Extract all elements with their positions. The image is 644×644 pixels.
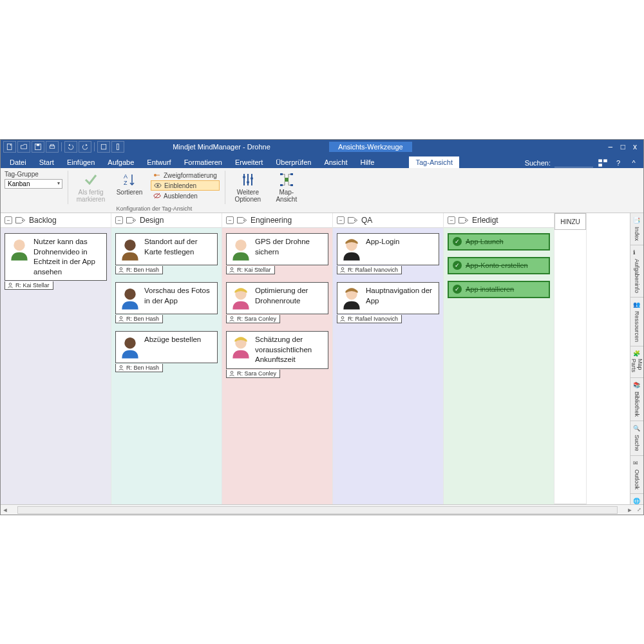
card[interactable]: GPS der Drohne sichern R: Kai Stellar — [226, 233, 328, 265]
svg-point-47 — [465, 220, 466, 221]
svg-point-29 — [124, 240, 135, 251]
sidetab-index[interactable]: 📑Index — [630, 213, 643, 245]
qat-redo-icon[interactable] — [79, 141, 91, 153]
card-assignee: R: Rafael Ivanovich — [337, 266, 402, 274]
column-header[interactable]: −Backlog — [1, 213, 111, 228]
tab-entwurf[interactable]: Entwurf — [140, 156, 177, 168]
column-title: Design — [140, 216, 164, 225]
einblenden-button[interactable]: Einblenden — [151, 180, 220, 191]
column-body[interactable]: ✓App Launch✓App-Konto erstellen✓App inst… — [444, 228, 554, 504]
card[interactable]: Schätzung der voraussichtlichen Ankunfts… — [226, 331, 328, 369]
svg-point-30 — [120, 268, 122, 270]
tab-ueberpruefen[interactable]: Überprüfen — [269, 156, 317, 168]
tab-tag-ansicht[interactable]: Tag-Ansicht — [409, 156, 459, 168]
card-assignee: R: Rafael Ivanovich — [337, 315, 402, 323]
svg-point-17 — [243, 176, 245, 178]
maximize-button[interactable]: □ — [621, 142, 625, 151]
tab-datei[interactable]: Datei — [3, 156, 33, 168]
card-text: App installieren — [466, 285, 514, 294]
column-body[interactable]: App-Login R: Rafael Ivanovich Hauptnavig… — [333, 228, 443, 504]
qat-print-icon[interactable] — [46, 141, 59, 153]
collapse-icon[interactable]: − — [5, 216, 12, 224]
column-backlog: −Backlog Nutzer kann das Drohnenvideo in… — [1, 213, 111, 504]
svg-point-14 — [157, 185, 159, 187]
tag-group-value[interactable]: Kanban — [5, 179, 62, 189]
column-header[interactable]: −Engineering — [222, 213, 332, 228]
zweig-button[interactable]: Zweigformatierung — [151, 171, 220, 180]
svg-point-28 — [133, 220, 134, 221]
add-column-button[interactable]: HINZU — [554, 213, 586, 230]
card[interactable]: Optimierung der Drohnenroute R: Sara Con… — [226, 282, 328, 314]
svg-rect-3 — [50, 146, 55, 149]
sidetab-map-parts[interactable]: 🧩Map Parts — [630, 346, 643, 378]
card[interactable]: Abzüge bestellen R: Ben Hash — [115, 331, 218, 363]
collapse-ribbon-icon[interactable]: ^ — [628, 158, 639, 168]
sidetab-ressourcen[interactable]: 👥Ressourcen — [630, 298, 643, 346]
window-controls: ‒ □ x — [601, 142, 643, 151]
sidetab-suche[interactable]: 🔍Suche — [630, 421, 643, 456]
qat-undo-icon[interactable] — [64, 141, 77, 153]
sidetab-outlook[interactable]: ✉Outlook — [630, 456, 643, 494]
tab-formatieren[interactable]: Formatieren — [178, 156, 229, 168]
card-done[interactable]: ✓App Launch — [448, 233, 550, 251]
qat-new-doc-icon[interactable] — [3, 141, 16, 153]
visibility-stack: Zweigformatierung Einblenden Ausblenden — [151, 171, 220, 200]
tab-ansicht[interactable]: Ansicht — [317, 156, 354, 168]
sortieren-button[interactable]: AZ Sortieren — [112, 171, 147, 197]
column-body[interactable]: GPS der Drohne sichern R: Kai Stellar Op… — [222, 228, 332, 504]
help-icon[interactable]: ? — [612, 158, 624, 168]
tab-start[interactable]: Start — [33, 156, 61, 168]
add-column[interactable]: HINZU — [554, 213, 587, 504]
column-header[interactable]: −Design — [111, 213, 222, 228]
sidetab-browser[interactable]: 🌐Browser — [630, 494, 643, 504]
tab-hilfe[interactable]: Hilfe — [354, 156, 381, 168]
qat-open-icon[interactable] — [17, 141, 30, 153]
card[interactable]: Vorschau des Fotos in der App R: Ben Has… — [115, 282, 218, 314]
column-body[interactable]: Standort auf der Karte festlegen R: Ben … — [111, 228, 222, 504]
column-body[interactable]: Nutzer kann das Drohnenvideo in Echtzeit… — [1, 228, 111, 504]
card-text: App-Konto erstellen — [466, 261, 528, 270]
column-erledigt: −Erledigt✓App Launch✓App-Konto erstellen… — [444, 213, 554, 504]
view-options-icon[interactable] — [597, 158, 609, 168]
map-ansicht-button[interactable]: Map-Ansicht — [269, 171, 304, 204]
als-fertig-button[interactable]: Als fertig markieren — [73, 171, 108, 204]
tab-erweitert[interactable]: Erweitert — [229, 156, 269, 168]
search-input[interactable] — [554, 159, 593, 167]
card-done[interactable]: ✓App installieren — [448, 281, 550, 298]
tab-einfuegen[interactable]: Einfügen — [61, 156, 101, 168]
tag-group-dropdown[interactable]: Tag-Gruppe Kanban — [5, 171, 62, 189]
sidetab-icon: 🌐 — [633, 498, 641, 504]
ausblenden-button[interactable]: Ausblenden — [151, 191, 220, 200]
column-header[interactable]: −Erledigt — [444, 213, 554, 228]
quick-access-toolbar — [1, 141, 127, 153]
card[interactable]: Hauptnavigation der App R: Rafael Ivanov… — [337, 282, 439, 314]
qat-ruler-icon[interactable] — [111, 141, 124, 153]
tab-aufgabe[interactable]: Aufgabe — [101, 156, 140, 168]
card-text: Schätzung der voraussichtlichen Ankunfts… — [255, 335, 324, 365]
weitere-optionen-button[interactable]: Weitere Optionen — [231, 171, 265, 204]
minimize-button[interactable]: ‒ — [608, 142, 613, 151]
scroll-right-icon[interactable]: ► — [625, 507, 634, 513]
sidetab-label: Outlook — [634, 469, 640, 489]
collapse-icon[interactable]: − — [337, 216, 345, 224]
qat-save-icon[interactable] — [32, 141, 44, 153]
collapse-icon[interactable]: − — [115, 216, 123, 224]
svg-point-34 — [120, 366, 122, 368]
close-button[interactable]: x — [633, 142, 637, 151]
card[interactable]: Nutzer kann das Drohnenvideo in Echtzeit… — [5, 233, 107, 281]
qat-format-icon[interactable] — [97, 141, 110, 153]
expand-icon[interactable]: ⤢ — [634, 507, 643, 513]
collapse-icon[interactable]: − — [226, 216, 234, 224]
svg-point-19 — [251, 177, 253, 180]
card[interactable]: Standort auf der Karte festlegen R: Ben … — [115, 233, 218, 265]
column-header[interactable]: −QA — [333, 213, 443, 228]
sidetab-icon: 📑 — [633, 217, 641, 225]
card-done[interactable]: ✓App-Konto erstellen — [448, 257, 550, 274]
collapse-icon[interactable]: − — [448, 216, 455, 224]
card[interactable]: App-Login R: Rafael Ivanovich — [337, 233, 439, 265]
sidetab-aufgabeninfo[interactable]: ℹAufgabeninfo — [630, 245, 643, 298]
sidetab-bibliothek[interactable]: 📚Bibliothek — [630, 378, 643, 421]
scroll-left-icon[interactable]: ◄ — [1, 507, 10, 513]
board-scroll[interactable]: −Backlog Nutzer kann das Drohnenvideo in… — [1, 213, 630, 504]
horizontal-scrollbar[interactable] — [17, 506, 618, 514]
